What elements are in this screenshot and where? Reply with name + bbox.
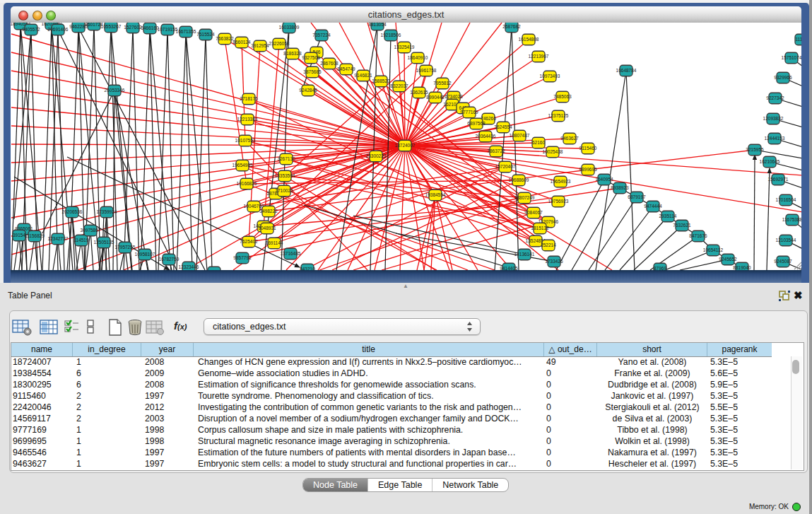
svg-text:12444153: 12444153 [765,136,785,141]
svg-text:39154: 39154 [13,233,25,238]
svg-text:10025438: 10025438 [543,149,563,154]
svg-text:8660124: 8660124 [233,40,251,45]
svg-text:2867608: 2867608 [320,61,339,66]
svg-text:20206536: 20206536 [62,209,83,214]
svg-text:18640910: 18640910 [408,55,428,60]
svg-text:16033809: 16033809 [279,25,300,30]
svg-text:12093832: 12093832 [763,116,784,121]
svg-text:7357224: 7357224 [312,33,331,37]
svg-text:9084067: 9084067 [524,210,543,215]
svg-text:19654923: 19654923 [551,179,571,184]
svg-text:16210645: 16210645 [760,159,780,164]
svg-text:7863722: 7863722 [487,148,505,153]
svg-text:8990448: 8990448 [426,95,445,100]
svg-text:10719155: 10719155 [158,27,178,32]
svg-text:23226058: 23226058 [269,41,290,46]
svg-text:6879197: 6879197 [628,194,646,199]
svg-text:9146821: 9146821 [354,73,372,78]
svg-text:11675388: 11675388 [782,217,801,222]
svg-text:18807249: 18807249 [514,195,535,200]
svg-text:13716485: 13716485 [281,251,301,256]
svg-text:9245652: 9245652 [719,257,737,262]
svg-text:10107553: 10107553 [235,138,256,143]
svg-text:14136141: 14136141 [514,252,535,257]
svg-text:12213967: 12213967 [529,54,549,59]
svg-text:10958107: 10958107 [135,252,155,257]
svg-text:6466160: 6466160 [141,25,159,30]
svg-text:13353594: 13353594 [275,173,295,178]
svg-text:8454749: 8454749 [337,66,355,71]
svg-text:11122: 11122 [795,37,801,42]
svg-text:6734028: 6734028 [445,94,463,99]
svg-text:7632621: 7632621 [673,223,691,228]
svg-text:3624554: 3624554 [494,124,512,129]
svg-text:9327508: 9327508 [302,55,320,60]
svg-text:1815132: 1815132 [531,226,549,230]
svg-text:10654112: 10654112 [703,247,724,252]
svg-text:1527602: 1527602 [124,25,142,30]
svg-text:17016504: 17016504 [776,197,796,202]
svg-text:19384554: 19384554 [425,192,446,197]
svg-text:12505135: 12505135 [94,240,114,245]
svg-text:13325419: 13325419 [394,45,415,49]
svg-text:12375125: 12375125 [548,113,569,118]
svg-text:16782759: 16782759 [159,257,180,262]
svg-text:19756923: 19756923 [548,199,569,204]
svg-text:16671355: 16671355 [176,29,196,34]
svg-text:9242848: 9242848 [299,88,317,93]
svg-text:8186328: 8186328 [283,51,302,56]
svg-text:15692971: 15692971 [768,177,789,182]
svg-text:30975867: 30975867 [81,228,101,233]
svg-text:7515524: 7515524 [196,32,215,37]
svg-text:9048931: 9048931 [258,226,276,230]
svg-text:10973493: 10973493 [540,74,560,78]
svg-text:8471676: 8471676 [689,233,707,238]
svg-text:9245087: 9245087 [774,259,792,264]
svg-text:9115460: 9115460 [579,146,597,151]
svg-text:9474444: 9474444 [644,204,662,209]
svg-text:12213383: 12213383 [237,117,258,122]
svg-text:15751074: 15751074 [782,55,801,60]
svg-text:8322037: 8322037 [390,83,408,88]
svg-text:1362615: 1362615 [410,90,428,95]
svg-text:7625402: 7625402 [240,239,258,244]
svg-text:12103544: 12103544 [776,238,796,243]
svg-text:8813054: 8813054 [368,23,387,27]
svg-text:19166825: 19166825 [237,181,257,186]
svg-text:2687682: 2687682 [502,24,521,29]
svg-text:2718176: 2718176 [240,96,258,101]
svg-text:18724007: 18724007 [395,143,416,148]
svg-text:8938923: 8938923 [611,185,629,190]
svg-text:6897568: 6897568 [467,121,486,126]
svg-text:3912954: 3912954 [251,43,269,48]
svg-text:9899695: 9899695 [579,167,597,172]
svg-text:1733426: 1733426 [545,259,563,264]
svg-text:8819040: 8819040 [733,265,751,270]
svg-text:252214: 252214 [541,243,556,247]
svg-text:3267130: 3267130 [277,156,295,161]
svg-text:114519: 114519 [73,238,89,243]
svg-text:9777169: 9777169 [460,110,478,115]
svg-text:10688609: 10688609 [509,177,529,182]
svg-text:16154808: 16154808 [519,37,539,42]
svg-text:7663822: 7663822 [216,36,234,41]
svg-text:7955812: 7955812 [433,81,452,86]
svg-text:3498222: 3498222 [259,209,278,214]
svg-text:23300223: 23300223 [366,153,387,158]
svg-text:15720407: 15720407 [495,164,516,169]
svg-text:1640954: 1640954 [595,177,613,182]
svg-text:16648784: 16648784 [616,68,637,73]
svg-text:7485063: 7485063 [553,94,572,99]
svg-text:17359924: 17359924 [97,209,117,214]
svg-text:10807487: 10807487 [510,133,530,138]
svg-text:2935114: 2935114 [659,214,677,218]
svg-text:19654985: 19654985 [233,163,253,168]
svg-text:1588520: 1588520 [372,78,390,83]
svg-text:19218506: 19218506 [381,33,401,37]
svg-text:62160: 62160 [532,140,545,145]
svg-text:20691406: 20691406 [48,27,69,32]
svg-text:16961758: 16961758 [416,68,437,73]
svg-text:26053346: 26053346 [105,88,125,93]
svg-text:11156829: 11156829 [25,233,45,238]
svg-text:10046766: 10046766 [244,204,264,209]
